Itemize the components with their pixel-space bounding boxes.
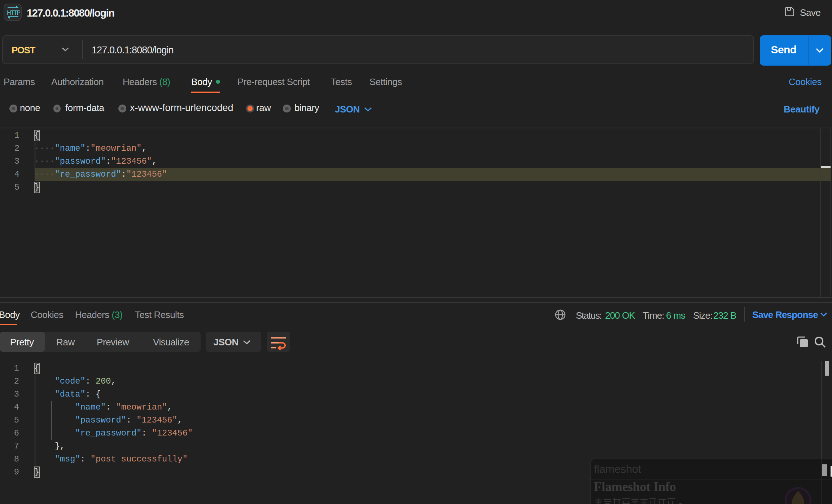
svg-text:HTTP: HTTP <box>6 9 20 16</box>
